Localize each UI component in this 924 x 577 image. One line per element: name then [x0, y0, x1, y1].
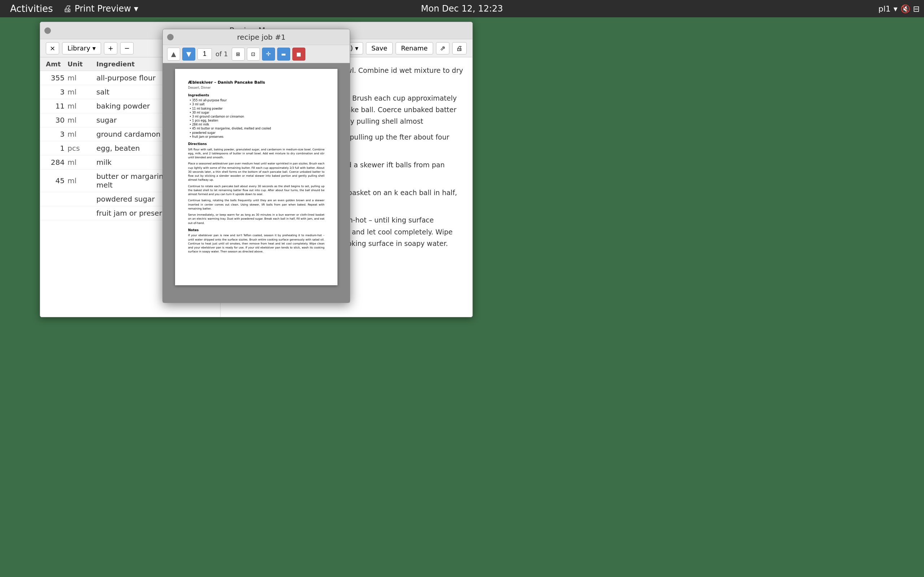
page-number-input[interactable]: 1	[197, 48, 212, 60]
pp-direction-paragraph: Continue to rotate each pancake ball abo…	[188, 184, 325, 197]
print-preview-content[interactable]: Æbleskiver – Danish Pancake Balls Desser…	[163, 63, 350, 303]
print-preview-title: recipe job #1	[177, 33, 346, 42]
arrow-up-icon: ▲	[171, 50, 176, 58]
ingredient-unit: pcs	[68, 144, 96, 153]
pp-direction-paragraph: Place a seasoned aebleskiver pan over me…	[188, 161, 325, 182]
print-execute-icon: ■	[296, 51, 301, 57]
pp-ingredient-item: • 3 ml ground cardamon or cinnamon	[189, 115, 325, 119]
pp-ingredient-item: • 30 ml sugar	[189, 111, 325, 115]
pp-ingredient-item: • 1 pcs egg, beaten	[189, 119, 325, 122]
ingredient-amt: 45	[46, 176, 68, 185]
page-down-button[interactable]: ▼	[182, 48, 195, 61]
close-icon: ×	[50, 44, 55, 52]
page-of-label: of 1	[214, 50, 229, 58]
page-up-button[interactable]: ▲	[167, 48, 180, 61]
arrow-down-icon: ▼	[186, 50, 191, 58]
print-preview-toolbar: ▲ ▼ 1 of 1 ⊞ ⊡ ✛ ▬ ■	[163, 45, 350, 63]
ingredient-unit: ml	[68, 176, 96, 185]
pp-ingredient-item: • 284 ml milk	[189, 122, 325, 127]
print-preview-close-button[interactable]	[167, 34, 174, 40]
ingredient-amt: 3	[46, 88, 68, 96]
topbar: Activities 🖨 Print Preview ▾ Mon Dec 12,…	[0, 0, 924, 17]
pp-notes-title: Notes	[188, 228, 325, 233]
pp-ingredient-item: • 355 ml all-purpose flour	[189, 98, 325, 102]
close-tab-button[interactable]: ×	[46, 42, 59, 55]
header-amt: Amt	[46, 60, 68, 68]
share-icon: ⇗	[440, 44, 446, 52]
pp-direction-paragraph: Sift flour with salt, baking powder, gra…	[188, 148, 325, 160]
language-dropdown-arrow: ▾	[355, 44, 359, 52]
print-preview-titlebar: recipe job #1	[163, 29, 350, 45]
ingredient-unit: ml	[68, 88, 96, 96]
pp-ingredient-item: • 11 ml baking powder	[189, 107, 325, 111]
fit-width-button[interactable]: ⊡	[247, 48, 260, 61]
app-menu[interactable]: 🖨 Print Preview ▾	[59, 3, 142, 14]
pp-recipe-title: Æbleskiver – Danish Pancake Balls	[188, 80, 325, 85]
remove-button[interactable]: −	[120, 42, 134, 55]
pp-ingredient-item: • 45 ml butter or margarine, divided, me…	[189, 127, 325, 131]
library-dropdown[interactable]: Library ▾	[62, 42, 101, 55]
ingredient-amt: 3	[46, 130, 68, 139]
pp-direction-paragraph: Serve immediately, or keep warm for as l…	[188, 213, 325, 225]
ingredient-amt: 1	[46, 144, 68, 153]
zoom-button[interactable]: ✛	[262, 48, 275, 61]
activities-button[interactable]: Activities	[4, 3, 59, 14]
print-icon: 🖨	[456, 44, 463, 52]
rename-button[interactable]: Rename	[396, 42, 433, 55]
ingredient-amt: 11	[46, 102, 68, 110]
clock: Mon Dec 12, 12:23	[421, 3, 503, 14]
pp-direction-paragraph: Continue baking, rotating the balls freq…	[188, 198, 325, 211]
fit-page-button[interactable]: ⊞	[232, 48, 245, 61]
print-button[interactable]: 🖨	[452, 42, 467, 55]
pp-ingredients-title: Ingredients	[188, 93, 325, 98]
topbar-right: pl1 ▾ 🔇 ⊟	[878, 4, 920, 13]
print-preview-dialog: recipe job #1 ▲ ▼ 1 of 1 ⊞ ⊡ ✛ ▬ ■ Æbles…	[162, 29, 350, 303]
ingredient-unit: ml	[68, 102, 96, 110]
pp-ingredients-list: • 355 ml all-purpose flour• 3 ml salt• 1…	[188, 98, 325, 139]
ingredient-unit: ml	[68, 116, 96, 124]
print-execute-button[interactable]: ■	[292, 48, 305, 61]
ingredient-unit: ml	[68, 130, 96, 139]
system-menu-icon[interactable]: ⊟	[913, 4, 920, 13]
library-dropdown-arrow: ▾	[92, 44, 96, 52]
save-button[interactable]: Save	[366, 42, 393, 55]
ingredient-amt: 355	[46, 74, 68, 82]
pp-directions-title: Directions	[188, 142, 325, 147]
recipe-manager-close-button[interactable]	[44, 27, 51, 34]
pp-directions-list: Sift flour with salt, baking powder, gra…	[188, 148, 325, 225]
workspace-indicator[interactable]: pl1	[878, 4, 890, 13]
pp-ingredient-item: • powdered sugar	[189, 131, 325, 135]
add-button[interactable]: +	[104, 42, 117, 55]
app-dropdown-arrow: ▾	[134, 3, 138, 14]
header-unit: Unit	[68, 60, 96, 68]
library-label: Library	[68, 44, 90, 52]
workspace-dropdown[interactable]: ▾	[894, 4, 898, 13]
pp-notes-text: If your ebelskiver pan is new and isn't …	[188, 233, 325, 253]
pp-ingredient-item: • fruit jam or preserves	[189, 135, 325, 139]
ingredient-amt: 30	[46, 116, 68, 124]
volume-icon[interactable]: 🔇	[901, 4, 910, 13]
ingredient-unit: ml	[68, 74, 96, 82]
close-sheet-button[interactable]: ▬	[277, 48, 290, 61]
printer-icon: 🖨	[63, 3, 72, 14]
pp-recipe-subtitle: Dessert, Dinner	[188, 86, 325, 90]
rename-label: Rename	[401, 44, 428, 52]
pp-ingredient-item: • 3 ml salt	[189, 102, 325, 106]
share-button[interactable]: ⇗	[436, 42, 449, 55]
app-name: Print Preview	[75, 3, 131, 14]
ingredient-unit: ml	[68, 158, 96, 167]
ingredient-amt: 284	[46, 158, 68, 167]
add-icon: +	[108, 44, 113, 52]
print-preview-page: Æbleskiver – Danish Pancake Balls Desser…	[175, 69, 338, 285]
remove-icon: −	[124, 44, 129, 52]
save-label: Save	[372, 44, 387, 52]
